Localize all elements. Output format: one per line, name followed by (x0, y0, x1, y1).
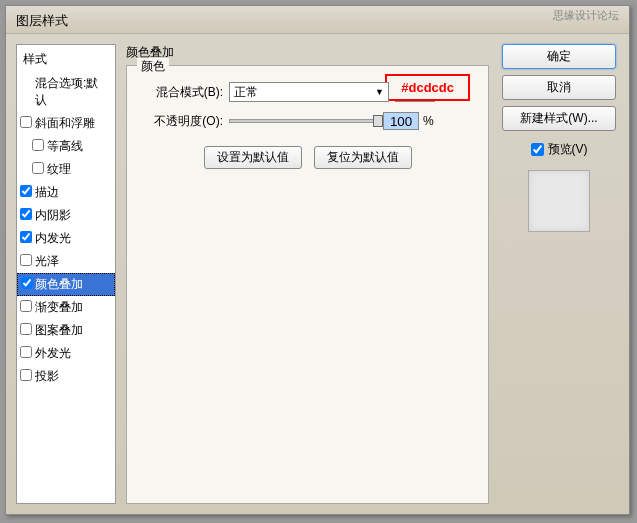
checkbox-drop-shadow[interactable] (20, 369, 32, 381)
set-default-button[interactable]: 设置为默认值 (204, 146, 302, 169)
preview-label: 预览(V) (548, 141, 588, 158)
new-style-button[interactable]: 新建样式(W)... (502, 106, 616, 131)
titlebar[interactable]: 图层样式 思缘设计论坛 (6, 6, 629, 34)
sidebar-item-outer-glow[interactable]: 外发光 (17, 342, 115, 365)
checkbox-inner-shadow[interactable] (20, 208, 32, 220)
sidebar-item-color-overlay[interactable]: 颜色叠加 (17, 273, 115, 296)
watermark: 思缘设计论坛 (553, 8, 619, 23)
main-panel: 颜色叠加 颜色 #dcdcdc 混合模式(B): 正常 ▼ 不透明度(O): (126, 44, 489, 504)
checkbox-satin[interactable] (20, 254, 32, 266)
sidebar-item-pattern-overlay[interactable]: 图案叠加 (17, 319, 115, 342)
sidebar-header: 样式 (17, 47, 115, 72)
sidebar-item-satin[interactable]: 光泽 (17, 250, 115, 273)
checkbox-inner-glow[interactable] (20, 231, 32, 243)
opacity-slider[interactable] (229, 119, 379, 123)
default-buttons-row: 设置为默认值 复位为默认值 (139, 146, 476, 169)
sidebar-item-blend-options[interactable]: 混合选项:默认 (17, 72, 115, 112)
preview-checkbox[interactable] (531, 143, 544, 156)
sidebar-item-contour[interactable]: 等高线 (17, 135, 115, 158)
checkbox-gradient-overlay[interactable] (20, 300, 32, 312)
color-fieldset: 颜色 #dcdcdc 混合模式(B): 正常 ▼ 不透明度(O): (126, 65, 489, 504)
ok-button[interactable]: 确定 (502, 44, 616, 69)
slider-thumb[interactable] (373, 115, 383, 127)
color-annotation: #dcdcdc (385, 74, 470, 101)
dialog-body: 样式 混合选项:默认 斜面和浮雕 等高线 纹理 描边 内阴影 (6, 34, 629, 514)
sidebar-item-inner-shadow[interactable]: 内阴影 (17, 204, 115, 227)
checkbox-outer-glow[interactable] (20, 346, 32, 358)
right-panel: 确定 取消 新建样式(W)... 预览(V) (499, 44, 619, 504)
preview-row: 预览(V) (531, 141, 588, 158)
panel-title: 颜色叠加 (126, 44, 489, 61)
sidebar-item-gradient-overlay[interactable]: 渐变叠加 (17, 296, 115, 319)
sidebar-item-bevel[interactable]: 斜面和浮雕 (17, 112, 115, 135)
window-title: 图层样式 (16, 13, 68, 28)
sidebar-item-drop-shadow[interactable]: 投影 (17, 365, 115, 388)
sidebar-item-texture[interactable]: 纹理 (17, 158, 115, 181)
opacity-label: 不透明度(O): (139, 113, 229, 130)
chevron-down-icon: ▼ (375, 87, 384, 97)
checkbox-texture[interactable] (32, 162, 44, 174)
layer-style-dialog: 图层样式 思缘设计论坛 样式 混合选项:默认 斜面和浮雕 等高线 纹理 (5, 5, 630, 515)
checkbox-pattern-overlay[interactable] (20, 323, 32, 335)
blend-mode-dropdown[interactable]: 正常 ▼ (229, 82, 389, 102)
cancel-button[interactable]: 取消 (502, 75, 616, 100)
opacity-row: 不透明度(O): % (139, 112, 476, 130)
styles-sidebar: 样式 混合选项:默认 斜面和浮雕 等高线 纹理 描边 内阴影 (16, 44, 116, 504)
opacity-input[interactable] (383, 112, 419, 130)
sidebar-item-inner-glow[interactable]: 内发光 (17, 227, 115, 250)
checkbox-color-overlay[interactable] (21, 277, 33, 289)
checkbox-stroke[interactable] (20, 185, 32, 197)
preview-thumbnail (528, 170, 590, 232)
blend-mode-label: 混合模式(B): (139, 84, 229, 101)
opacity-unit: % (423, 114, 434, 128)
checkbox-contour[interactable] (32, 139, 44, 151)
checkbox-bevel[interactable] (20, 116, 32, 128)
fieldset-legend: 颜色 (137, 58, 169, 75)
reset-default-button[interactable]: 复位为默认值 (314, 146, 412, 169)
sidebar-item-stroke[interactable]: 描边 (17, 181, 115, 204)
